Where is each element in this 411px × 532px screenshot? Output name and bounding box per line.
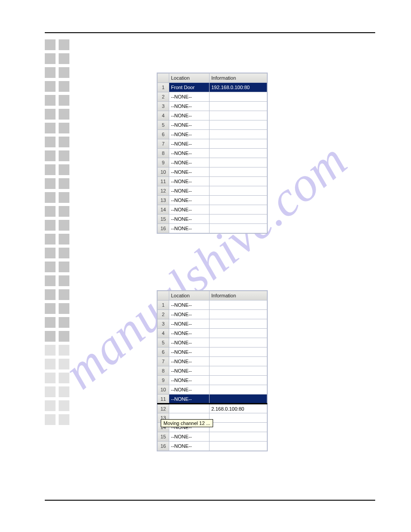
row-number[interactable]: 15	[158, 432, 169, 442]
cell-information[interactable]	[210, 385, 267, 395]
cell-location[interactable]: --NONE--	[169, 111, 210, 120]
table-row[interactable]: 12--NONE--	[158, 186, 267, 196]
header-location[interactable]: Location	[169, 73, 210, 83]
cell-location[interactable]: --NONE--	[169, 357, 210, 366]
row-number[interactable]: 16	[158, 442, 169, 451]
row-number[interactable]: 15	[158, 215, 169, 224]
table-row[interactable]: 3--NONE--	[158, 102, 267, 111]
cell-information[interactable]: 192.168.0.100:80	[210, 83, 267, 92]
cell-information[interactable]	[210, 130, 267, 139]
row-number[interactable]: 2	[158, 92, 169, 102]
row-number[interactable]: 8	[158, 149, 169, 158]
row-number[interactable]: 13	[158, 196, 169, 205]
row-number[interactable]: 9	[158, 158, 169, 167]
cell-location[interactable]: --NONE--	[169, 196, 210, 205]
table-row[interactable]: 13--NONE--	[158, 196, 267, 205]
cell-information[interactable]	[210, 120, 267, 130]
cell-information[interactable]	[210, 413, 267, 423]
cell-information[interactable]	[210, 395, 267, 404]
cell-location[interactable]: --NONE--	[169, 310, 210, 319]
table-row[interactable]: 10--NONE--	[158, 167, 267, 177]
table-row[interactable]: 4--NONE--	[158, 329, 267, 338]
cell-information[interactable]	[210, 366, 267, 376]
cell-location[interactable]: Front Door	[169, 83, 210, 92]
cell-location[interactable]: --NONE--	[169, 366, 210, 376]
row-number[interactable]: 7	[158, 139, 169, 149]
cell-information[interactable]	[210, 111, 267, 120]
table-row[interactable]: 5--NONE--	[158, 120, 267, 130]
table-row[interactable]: 6--NONE--	[158, 348, 267, 357]
row-number[interactable]: 8	[158, 366, 169, 376]
cell-information[interactable]	[210, 205, 267, 215]
cell-location[interactable]: --NONE--	[169, 376, 210, 385]
cell-information[interactable]	[210, 167, 267, 177]
table-row[interactable]: 15--NONE--	[158, 215, 267, 224]
channel-table-1[interactable]: Location Information 1Front Door192.168.…	[157, 73, 268, 234]
cell-information[interactable]	[210, 196, 267, 205]
table-row[interactable]: 5--NONE--	[158, 338, 267, 348]
table-row[interactable]: 6--NONE--	[158, 130, 267, 139]
cell-information[interactable]	[210, 376, 267, 385]
cell-location[interactable]: --NONE--	[169, 319, 210, 329]
cell-location[interactable]: --NONE--	[169, 149, 210, 158]
row-number[interactable]: 1	[158, 83, 169, 92]
cell-location[interactable]: --NONE--	[169, 432, 210, 442]
table-row[interactable]: 2--NONE--	[158, 92, 267, 102]
cell-location[interactable]: --NONE--	[169, 385, 210, 395]
table-row[interactable]: 8--NONE--	[158, 366, 267, 376]
cell-location[interactable]: --NONE--	[169, 186, 210, 196]
row-number[interactable]: 3	[158, 319, 169, 329]
table-row[interactable]: 9--NONE--	[158, 158, 267, 167]
table-row[interactable]: 2--NONE--	[158, 310, 267, 319]
cell-location[interactable]: --NONE--	[169, 338, 210, 348]
row-number[interactable]: 12	[158, 404, 169, 413]
cell-information[interactable]	[210, 319, 267, 329]
row-number[interactable]: 14	[158, 205, 169, 215]
row-number[interactable]: 4	[158, 329, 169, 338]
table-row[interactable]: 1Front Door192.168.0.100:80	[158, 83, 267, 92]
cell-information[interactable]	[210, 348, 267, 357]
table-row[interactable]: 11--NONE--	[158, 177, 267, 186]
cell-location[interactable]: --NONE--	[169, 329, 210, 338]
cell-information[interactable]	[210, 177, 267, 186]
cell-information[interactable]	[210, 423, 267, 432]
row-number[interactable]: 3	[158, 102, 169, 111]
channel-table-2[interactable]: Location Information 1--NONE--2--NONE--3…	[157, 290, 268, 451]
row-number[interactable]: 5	[158, 338, 169, 348]
cell-information[interactable]	[210, 92, 267, 102]
table-row[interactable]: 11--NONE--	[158, 395, 267, 404]
cell-location[interactable]: --NONE--	[169, 158, 210, 167]
table-row[interactable]: 122.168.0.100:80	[158, 404, 267, 413]
table-row[interactable]: 14--NONE--	[158, 205, 267, 215]
cell-location[interactable]: --NONE--	[169, 224, 210, 233]
cell-information[interactable]	[210, 357, 267, 366]
table-row[interactable]: 4--NONE--	[158, 111, 267, 120]
cell-location[interactable]: --NONE--	[169, 139, 210, 149]
row-number[interactable]: 5	[158, 120, 169, 130]
cell-information[interactable]	[210, 158, 267, 167]
row-number[interactable]: 2	[158, 310, 169, 319]
table-row[interactable]: 8--NONE--	[158, 149, 267, 158]
row-number[interactable]: 11	[158, 395, 169, 404]
cell-information[interactable]: 2.168.0.100:80	[210, 404, 267, 413]
cell-location[interactable]: --NONE--	[169, 167, 210, 177]
cell-location[interactable]: --NONE--	[169, 442, 210, 451]
cell-information[interactable]	[210, 432, 267, 442]
cell-location[interactable]: --NONE--	[169, 102, 210, 111]
cell-location[interactable]	[169, 404, 210, 413]
cell-information[interactable]	[210, 310, 267, 319]
row-number[interactable]: 10	[158, 385, 169, 395]
table-row[interactable]: 10--NONE--	[158, 385, 267, 395]
header-information[interactable]: Information	[210, 291, 267, 300]
cell-location[interactable]: --NONE--	[169, 395, 210, 404]
table-row[interactable]: 9--NONE--	[158, 376, 267, 385]
cell-location[interactable]: --NONE--	[169, 92, 210, 102]
cell-information[interactable]	[210, 300, 267, 310]
cell-information[interactable]	[210, 139, 267, 149]
table-row[interactable]: 7--NONE--	[158, 357, 267, 366]
row-number[interactable]: 6	[158, 130, 169, 139]
cell-location[interactable]: --NONE--	[169, 130, 210, 139]
row-number[interactable]: 12	[158, 186, 169, 196]
row-number[interactable]: 9	[158, 376, 169, 385]
row-number[interactable]: 16	[158, 224, 169, 233]
